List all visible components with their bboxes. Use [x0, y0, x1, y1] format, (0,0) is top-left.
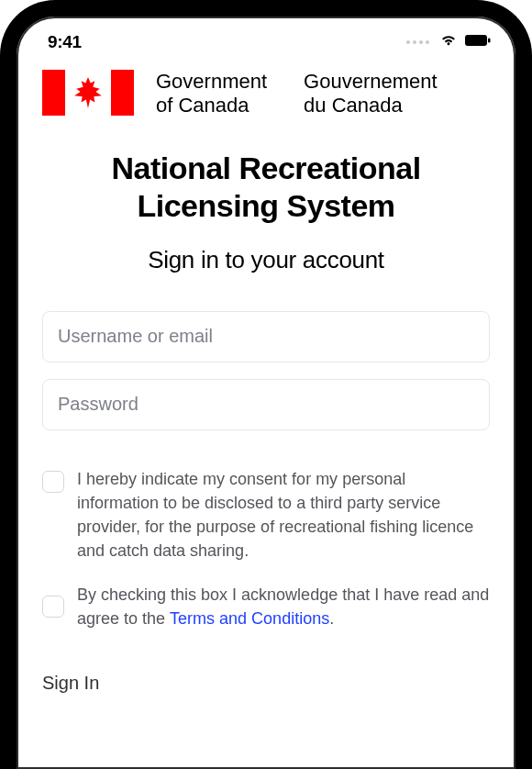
device-side-button [0, 234, 4, 307]
status-dots-icon [406, 40, 429, 44]
gov-fr-line1: Gouvernement [304, 70, 438, 94]
status-bar: 9:41 [17, 17, 515, 62]
password-input[interactable] [42, 379, 490, 430]
status-icons [406, 34, 492, 50]
svg-rect-0 [465, 35, 487, 46]
device-side-button [528, 257, 532, 358]
terms-text: By checking this box I acknowledge that … [77, 583, 490, 630]
terms-link[interactable]: Terms and Conditions [170, 609, 329, 628]
status-time: 9:41 [48, 32, 82, 52]
terms-suffix: . [329, 609, 334, 628]
terms-checkbox[interactable] [42, 596, 64, 618]
username-input[interactable] [42, 311, 490, 362]
page-subtitle: Sign in to your account [42, 246, 490, 274]
wifi-icon [439, 34, 458, 50]
page-title: National Recreational Licensing System [42, 150, 490, 226]
svg-marker-2 [74, 77, 102, 108]
consent-row: I hereby indicate my consent for my pers… [42, 467, 490, 563]
gov-fr-line2: du Canada [304, 94, 438, 117]
svg-rect-1 [488, 39, 491, 43]
device-side-button [0, 326, 4, 399]
sign-in-button[interactable]: Sign In [42, 673, 99, 694]
gov-en: Government of Canada [156, 70, 267, 118]
consent-text: I hereby indicate my consent for my pers… [77, 467, 490, 563]
battery-icon [464, 34, 492, 50]
government-header: Government of Canada Gouvernement du Can… [42, 70, 490, 118]
terms-row: By checking this box I acknowledge that … [42, 583, 490, 630]
signin-form: I hereby indicate my consent for my pers… [42, 311, 490, 695]
gov-en-line2: of Canada [156, 94, 267, 117]
canada-flag-icon [42, 70, 134, 116]
gov-fr: Gouvernement du Canada [304, 70, 438, 118]
consent-checkbox[interactable] [42, 471, 64, 493]
gov-en-line1: Government [156, 70, 267, 94]
device-side-button [0, 174, 4, 216]
